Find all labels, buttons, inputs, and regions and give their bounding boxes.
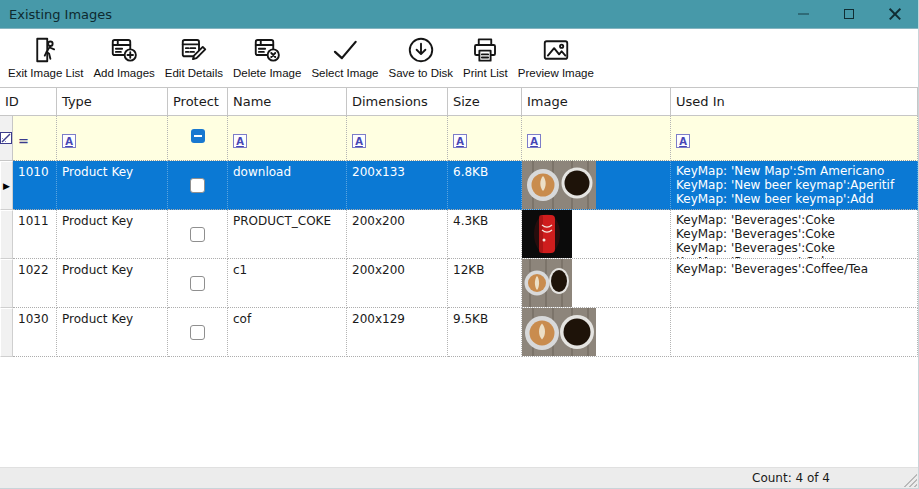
cell-name: c1 <box>228 259 347 308</box>
protect-checkbox[interactable] <box>190 227 205 242</box>
grid-empty-area <box>0 357 918 465</box>
minimize-button[interactable] <box>780 0 826 28</box>
filter-cell-size[interactable]: A <box>448 116 522 161</box>
text-filter-icon: A <box>352 134 366 148</box>
filter-cell-id[interactable]: = <box>13 116 57 161</box>
filter-row: = A A A A A A <box>0 116 918 161</box>
add-images-icon <box>109 33 139 67</box>
row-indicator <box>0 259 13 308</box>
cell-type: Product Key <box>57 161 168 210</box>
save-to-disk-button[interactable]: Save to Disk <box>384 29 459 87</box>
record-count: Count: 4 of 4 <box>752 471 830 485</box>
add-images-button[interactable]: Add Images <box>88 29 159 87</box>
column-header-dimensions[interactable]: Dimensions <box>347 87 448 116</box>
column-header-name[interactable]: Name <box>228 87 347 116</box>
text-filter-icon: A <box>62 134 76 148</box>
protect-checkbox[interactable] <box>190 325 205 340</box>
resize-grip[interactable] <box>904 474 917 487</box>
cell-id: 1011 <box>13 210 57 259</box>
table-row[interactable]: 1030 Product Key cof 200x129 9.5KB <box>0 308 918 357</box>
table-row[interactable]: ▶ 1010 Product Key download 200x133 6.8K… <box>0 161 918 210</box>
column-header-protect[interactable]: Protect <box>168 87 228 116</box>
used-in-line: KeyMap: 'New Map':Sm Americano <box>676 164 917 178</box>
printer-icon <box>470 33 500 67</box>
print-list-button[interactable]: Print List <box>458 29 513 87</box>
cell-dimensions: 200x200 <box>347 210 448 259</box>
cell-protect <box>168 259 228 308</box>
column-header-image[interactable]: Image <box>522 87 671 116</box>
toolbar-button-label: Select Image <box>311 67 378 79</box>
table-row[interactable]: 1022 Product Key c1 200x200 12KB <box>0 259 918 308</box>
used-in-line: KeyMap: 'Beverages':Coke <box>676 213 917 227</box>
toolbar-button-label: Save to Disk <box>389 67 454 79</box>
image-grid: ID Type Protect Name Dimensions Size Ima… <box>0 87 918 465</box>
table-row[interactable]: 1011 Product Key PRODUCT_COKE 200x200 4.… <box>0 210 918 259</box>
cell-image <box>522 210 671 259</box>
filter-cell-used-in[interactable]: A <box>671 116 918 161</box>
protect-checkbox[interactable] <box>190 276 205 291</box>
title-bar[interactable]: Existing Images <box>0 0 918 29</box>
protect-checkbox[interactable] <box>190 178 205 193</box>
cell-size: 12KB <box>448 259 522 308</box>
filter-cell-protect[interactable] <box>168 116 228 161</box>
exit-image-list-button[interactable]: Exit Image List <box>3 29 88 87</box>
cell-name: download <box>228 161 347 210</box>
column-header-used-in[interactable]: Used In <box>671 87 918 116</box>
cell-id: 1030 <box>13 308 57 357</box>
cell-used-in <box>671 308 918 357</box>
used-in-line: KeyMap: 'Beverages':Coke <box>676 241 917 255</box>
text-filter-icon: A <box>676 134 690 148</box>
edit-filter-icon <box>0 132 12 144</box>
cell-name: PRODUCT_COKE <box>228 210 347 259</box>
checkmark-icon <box>330 33 360 67</box>
cell-dimensions: 200x133 <box>347 161 448 210</box>
download-circle-icon <box>406 33 436 67</box>
edit-details-button[interactable]: Edit Details <box>160 29 228 87</box>
select-image-button[interactable]: Select Image <box>306 29 383 87</box>
delete-image-button[interactable]: Delete Image <box>228 29 306 87</box>
close-button[interactable] <box>872 0 918 28</box>
current-row-indicator: ▶ <box>0 161 13 210</box>
coffee-cups-thumbnail <box>522 308 596 356</box>
indeterminate-checkbox-icon[interactable] <box>191 129 205 143</box>
text-filter-icon: A <box>527 134 541 148</box>
cell-dimensions: 200x129 <box>347 308 448 357</box>
row-indicator <box>0 210 13 259</box>
toolbar: Exit Image List Add Images Edit Details … <box>0 29 918 87</box>
minimize-icon <box>798 13 809 15</box>
toolbar-button-label: Delete Image <box>233 67 301 79</box>
filter-row-indicator <box>0 116 13 161</box>
coffee-cups-narrow-thumbnail <box>522 259 572 307</box>
column-header-type[interactable]: Type <box>57 87 168 116</box>
cell-dimensions: 200x200 <box>347 259 448 308</box>
text-filter-icon: A <box>453 134 467 148</box>
coffee-cups-thumbnail <box>522 161 596 209</box>
toolbar-button-label: Print List <box>463 67 508 79</box>
column-header-size[interactable]: Size <box>448 87 522 116</box>
cell-used-in: KeyMap: 'Beverages':Coffee/Tea <box>671 259 918 308</box>
exit-icon <box>31 33 61 67</box>
status-bar: Count: 4 of 4 <box>0 467 918 488</box>
filter-cell-dimensions[interactable]: A <box>347 116 448 161</box>
existing-images-window: Existing Images Exit Image List Add Imag… <box>0 0 919 489</box>
filter-cell-image[interactable]: A <box>522 116 671 161</box>
used-in-line: KeyMap: 'New beer keymap':Aperitif <box>676 178 917 192</box>
cell-type: Product Key <box>57 210 168 259</box>
used-in-line: KeyMap: 'Beverages':Coffee/Tea <box>676 262 917 276</box>
cell-used-in: KeyMap: 'Beverages':Coke KeyMap: 'Bevera… <box>671 210 918 259</box>
column-header-id[interactable]: ID <box>0 87 57 116</box>
filter-cell-type[interactable]: A <box>57 116 168 161</box>
window-controls <box>780 0 918 28</box>
row-indicator <box>0 308 13 357</box>
cell-image <box>522 308 671 357</box>
text-filter-icon: A <box>233 134 247 148</box>
toolbar-button-label: Edit Details <box>165 67 223 79</box>
cell-size: 6.8KB <box>448 161 522 210</box>
filter-cell-name[interactable]: A <box>228 116 347 161</box>
cell-protect <box>168 210 228 259</box>
preview-image-button[interactable]: Preview Image <box>513 29 599 87</box>
maximize-button[interactable] <box>826 0 872 28</box>
edit-details-icon <box>179 33 209 67</box>
coke-can-thumbnail <box>522 210 572 258</box>
picture-icon <box>541 33 571 67</box>
